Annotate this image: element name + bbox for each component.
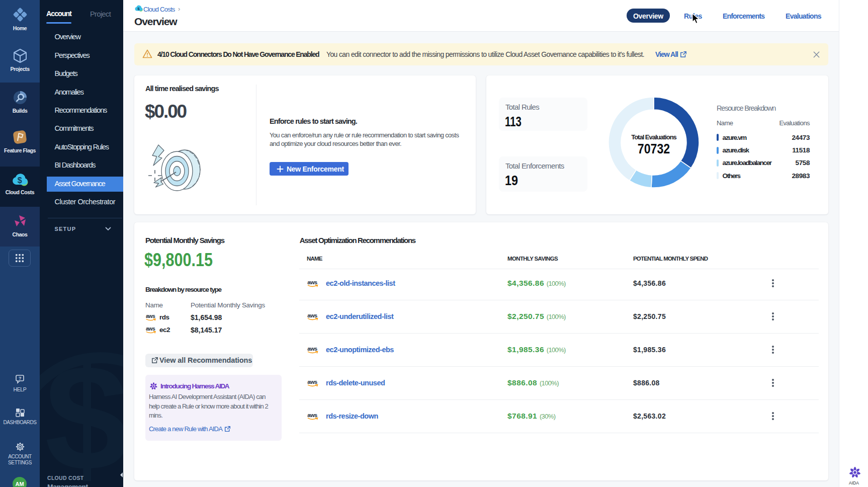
svg-text:$: $: [17, 176, 22, 185]
svg-text:aws: aws: [307, 379, 317, 385]
svg-text:$: $: [137, 7, 140, 11]
svg-text:aws: aws: [307, 279, 317, 285]
svg-text:aws: aws: [307, 412, 317, 418]
svg-text:aws: aws: [146, 313, 155, 319]
svg-text:?: ?: [18, 376, 21, 381]
svg-text:aws: aws: [146, 326, 155, 332]
svg-text:aws: aws: [307, 346, 317, 352]
svg-text:aws: aws: [307, 312, 317, 318]
